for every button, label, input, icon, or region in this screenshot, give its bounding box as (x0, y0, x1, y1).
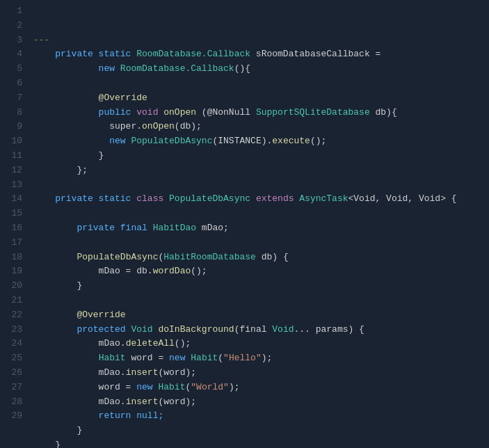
line-number: 28 (6, 395, 22, 410)
code-line (33, 236, 483, 250)
line-number: 26 (6, 366, 22, 381)
code-line: public void onOpen (@NonNull SupportSQLi… (33, 106, 483, 120)
code-line: mDao.deleteAll(); (33, 337, 483, 351)
code-line: } (33, 149, 483, 163)
code-line: --- (33, 33, 483, 48)
line-number: 3 (6, 33, 22, 48)
code-line: Habit word = new Habit("Hello"); (33, 351, 483, 366)
code-editor: 1234567891011121314151617181920212223242… (0, 0, 489, 448)
line-number: 5 (6, 62, 22, 77)
code-line: mDao.insert(word); (33, 395, 483, 410)
line-number: 23 (6, 323, 22, 337)
line-number: 27 (6, 381, 22, 395)
line-number: 9 (6, 120, 22, 134)
code-line: @Override (33, 91, 483, 106)
line-number: 12 (6, 163, 22, 178)
code-line: mDao = db.wordDao(); (33, 264, 483, 279)
line-number: 21 (6, 294, 22, 308)
line-number: 13 (6, 178, 22, 193)
code-line (33, 178, 483, 193)
code-line: return null; (33, 409, 483, 424)
line-number: 11 (6, 149, 22, 163)
code-line: } (33, 424, 483, 438)
code-line: } (33, 438, 483, 448)
line-number: 14 (6, 192, 22, 207)
code-line (33, 294, 483, 308)
line-number: 4 (6, 47, 22, 62)
code-line: protected Void doInBackground(final Void… (33, 323, 483, 337)
code-line: } (33, 279, 483, 294)
code-line: new RoomDatabase.Callback(){ (33, 62, 483, 77)
line-number: 22 (6, 308, 22, 323)
line-number: 29 (6, 409, 22, 424)
code-line: private static class PopulateDbAsync ext… (33, 192, 483, 207)
line-number: 10 (6, 134, 22, 149)
code-line: new PopulateDbAsync(INSTANCE).execute(); (33, 134, 483, 149)
line-number: 19 (6, 264, 22, 279)
line-number: 20 (6, 279, 22, 294)
code-line: super.onOpen(db); (33, 120, 483, 134)
code-line: private final HabitDao mDao; (33, 221, 483, 236)
code-line: word = new Habit("World"); (33, 381, 483, 395)
line-number: 24 (6, 337, 22, 351)
code-line (33, 77, 483, 91)
code-content: --- private static RoomDatabase.Callback… (28, 4, 489, 448)
line-number: 8 (6, 106, 22, 120)
line-number: 16 (6, 221, 22, 236)
line-number: 6 (6, 77, 22, 91)
line-number: 25 (6, 351, 22, 366)
line-number: 17 (6, 236, 22, 250)
line-number: 2 (6, 19, 22, 33)
code-line: }; (33, 163, 483, 178)
code-line: PopulateDbAsync(HabitRoomDatabase db) { (33, 250, 483, 265)
line-numbers: 1234567891011121314151617181920212223242… (0, 4, 28, 448)
code-line (33, 207, 483, 221)
line-number: 18 (6, 250, 22, 265)
code-line: mDao.insert(word); (33, 366, 483, 381)
line-number: 1 (6, 4, 22, 19)
code-line: @Override (33, 308, 483, 323)
line-number: 15 (6, 207, 22, 221)
code-line: private static RoomDatabase.Callback sRo… (33, 47, 483, 62)
line-number: 7 (6, 91, 22, 106)
